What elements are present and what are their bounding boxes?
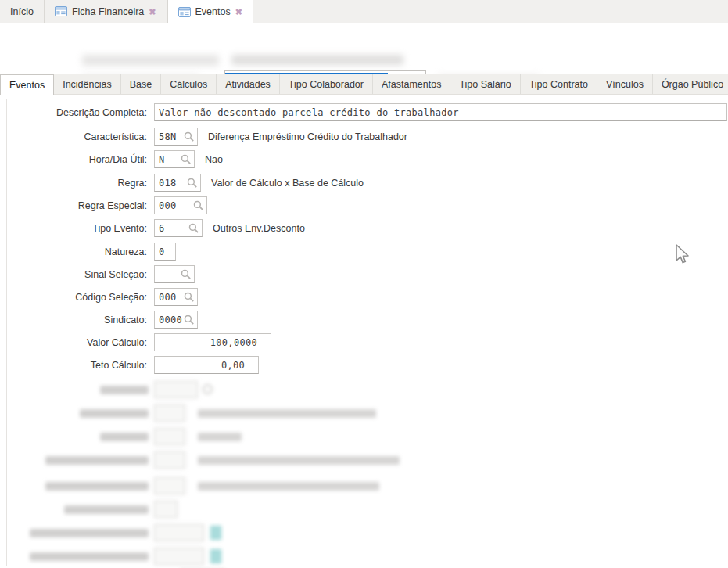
magnifier-icon[interactable] (181, 269, 192, 280)
field-label: Valor Cálculo: (0, 337, 154, 348)
form-row: Característica:58N Diferença Empréstimo … (0, 128, 407, 146)
magnifier-icon[interactable] (188, 223, 199, 234)
redacted-form-row (0, 501, 728, 519)
field-description: Não (205, 154, 223, 165)
field-value: 000 (155, 292, 177, 303)
field-label: Hora/Dia Útil: (0, 154, 154, 165)
field-input-7[interactable] (154, 265, 195, 283)
form-tab-base[interactable]: Base (121, 74, 162, 94)
form-tab-label: Tipo Contrato (529, 79, 588, 90)
field-value: 6 (155, 223, 165, 234)
form-tab-label: Atividades (225, 79, 271, 90)
form-row: Hora/Dia Útil:N Não (0, 150, 223, 168)
field-label: Regra: (0, 178, 154, 189)
form-row: Descrição Completa:Valor não descontado … (0, 103, 727, 121)
field-label: Tipo Evento: (0, 223, 154, 234)
close-icon[interactable]: ✖ (235, 7, 242, 16)
redacted-form-row (0, 524, 728, 543)
form-row: Natureza:0 (0, 243, 176, 261)
form-tab-tipo-colaborador[interactable]: Tipo Colaborador (280, 74, 373, 94)
field-input-1[interactable]: 58N (154, 128, 198, 146)
field-input-3[interactable]: 018 (154, 174, 201, 192)
form-tab-orgao-publico[interactable]: Órgão Público (653, 74, 728, 94)
magnifier-icon[interactable] (187, 178, 198, 189)
form-tab-label: Tipo Salário (459, 79, 511, 90)
magnifier-icon[interactable] (193, 200, 204, 211)
field-value: 018 (155, 178, 177, 189)
form-tab-incidencias[interactable]: Incidências (54, 74, 121, 94)
form-tab-label: Eventos (9, 80, 45, 91)
field-label: Código Seleção: (0, 292, 154, 303)
form-tab-tipo-contrato[interactable]: Tipo Contrato (521, 74, 597, 94)
form-tab-tipo-salario[interactable]: Tipo Salário (450, 74, 520, 94)
field-label: Descrição Completa: (0, 107, 154, 118)
magnifier-icon[interactable] (181, 154, 192, 165)
field-value: 000 (155, 200, 177, 211)
field-value: N (155, 154, 165, 165)
form-tab-label: Vínculos (606, 79, 644, 90)
mouse-cursor (673, 243, 690, 267)
field-input-11[interactable]: 0,00 (154, 356, 259, 374)
field-input-9[interactable]: 0000 (154, 311, 198, 329)
magnifier-icon[interactable] (184, 292, 195, 303)
redacted-form-row (0, 404, 728, 423)
field-value: 0000 (155, 315, 182, 325)
field-value: 0,00 (155, 360, 258, 371)
field-label: Sinal Seleção: (0, 269, 154, 280)
field-value: 58N (155, 131, 177, 142)
form-tab-atividades[interactable]: Atividades (217, 74, 280, 94)
redacted-form-row (0, 477, 728, 496)
field-label: Característica: (0, 131, 154, 142)
form-tab-afastamentos[interactable]: Afastamentos (373, 74, 450, 94)
record-header: Vlr Não Desc. Cred. Traba (0, 23, 728, 74)
form-tab-label: Base (130, 79, 152, 90)
magnifier-icon[interactable] (184, 131, 195, 142)
field-label: Teto Cálculo: (0, 360, 154, 371)
field-input-5[interactable]: 6 (154, 219, 203, 237)
window-tab-inicio[interactable]: Início (0, 0, 45, 23)
field-input-2[interactable]: N (154, 150, 195, 168)
form-tab-calculos[interactable]: Cálculos (161, 74, 217, 94)
form-tab-label: Órgão Público (662, 79, 723, 90)
form-icon (178, 7, 191, 17)
window-tab-bar: Início Ficha Financeira✖ Eventos✖ (0, 0, 728, 23)
form-row: Código Seleção:000 (0, 288, 198, 306)
event-form: Descrição Completa:Valor não descontado … (0, 95, 728, 568)
field-input-8[interactable]: 000 (154, 288, 198, 306)
form-tab-label: Incidências (63, 79, 112, 90)
redacted-form-row (0, 381, 728, 400)
form-row: Regra:018 Valor de Cálculo x Base de Cál… (0, 174, 364, 192)
close-icon[interactable]: ✖ (149, 7, 156, 16)
field-value: 0 (155, 246, 165, 257)
form-tab-vinculos[interactable]: Vínculos (597, 74, 653, 94)
field-input-4[interactable]: 000 (154, 196, 207, 214)
redacted-field-label (82, 55, 219, 66)
magnifier-icon[interactable] (184, 315, 195, 325)
form-tab-label: Cálculos (170, 79, 207, 90)
redacted-form-row (0, 451, 728, 470)
form-row: Teto Cálculo:0,00 (0, 356, 259, 374)
form-row: Regra Especial:000 (0, 196, 207, 214)
form-tab-label: Afastamentos (382, 79, 441, 90)
redacted-field-label (231, 55, 403, 65)
field-description: Valor de Cálculo x Base de Cálculo (211, 178, 364, 189)
redacted-form-row (0, 565, 728, 568)
redacted-form-row (0, 428, 728, 447)
field-description: Diferença Empréstimo Crédito do Trabalha… (208, 131, 407, 142)
window-tab-label: Ficha Financeira (72, 6, 144, 17)
field-label: Sindicato: (0, 315, 154, 325)
application-window: Início Ficha Financeira✖ Eventos✖ Vlr Nã… (0, 0, 728, 568)
window-tab-eventos[interactable]: Eventos✖ (167, 0, 253, 23)
window-tab-label: Início (10, 6, 34, 17)
form-row: Sindicato:0000 (0, 311, 198, 329)
form-row: Valor Cálculo:100,0000 (0, 333, 271, 351)
field-input-6[interactable]: 0 (154, 243, 176, 261)
field-input-10[interactable]: 100,0000 (154, 333, 271, 351)
form-tab-eventos[interactable]: Eventos (0, 74, 54, 95)
field-description: Outros Env.Desconto (213, 223, 305, 234)
field-label: Natureza: (0, 246, 154, 257)
field-value: 100,0000 (155, 337, 271, 348)
form-tab-label: Tipo Colaborador (289, 79, 364, 90)
field-input-0[interactable]: Valor não descontado parcela crédito do … (154, 103, 727, 121)
window-tab-ficha-financeira[interactable]: Ficha Financeira✖ (45, 0, 167, 23)
